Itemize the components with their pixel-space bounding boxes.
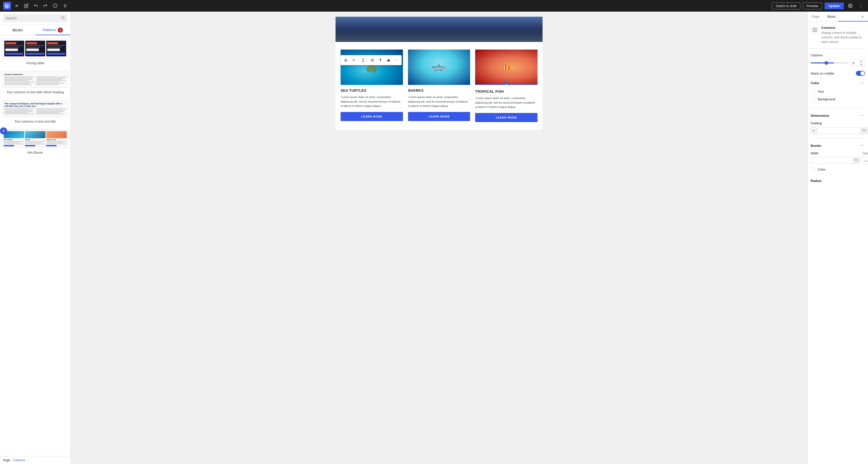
tab-page[interactable]: Page xyxy=(808,11,823,22)
settings-button[interactable] xyxy=(846,2,855,10)
two-col-preview: Oceanic Inspiration xyxy=(2,71,68,88)
padding-row: PX xyxy=(811,127,865,134)
svg-line-16 xyxy=(64,19,64,19)
close-button[interactable] xyxy=(12,2,21,10)
main-layout: Blocks Patterns 1 xyxy=(0,11,868,464)
background-color-row[interactable]: Background xyxy=(811,96,865,102)
svg-point-14 xyxy=(861,7,861,7)
border-style-label: Style xyxy=(863,152,868,155)
tab-patterns[interactable]: Patterns 1 xyxy=(35,25,71,35)
pattern-pricing-table[interactable]: Pricing table xyxy=(2,38,68,66)
dimensions-more-button[interactable] xyxy=(859,113,865,118)
svg-point-51 xyxy=(863,145,863,146)
sea-turtles-title: SEA TURTLES xyxy=(341,88,403,92)
sharks-learn-more[interactable]: LEARN MORE xyxy=(408,112,470,121)
tab-blocks[interactable]: Blocks xyxy=(0,25,35,35)
sidebar: Blocks Patterns 1 xyxy=(0,11,71,464)
right-panel-close-button[interactable] xyxy=(859,13,866,20)
undo-button[interactable] xyxy=(32,2,40,10)
svg-point-46 xyxy=(863,115,863,116)
text-color-row[interactable]: Text xyxy=(811,89,865,94)
columns-slider[interactable] xyxy=(811,62,849,63)
border-width-label: Width xyxy=(811,152,860,155)
toolbar-divider-2 xyxy=(368,57,368,63)
search-icon[interactable] xyxy=(61,16,65,21)
stack-mobile-toggle[interactable] xyxy=(856,71,865,76)
svg-rect-48 xyxy=(813,130,814,132)
breadcrumb-page[interactable]: Page xyxy=(3,459,10,462)
background-color-label: Background xyxy=(818,97,835,101)
visual-button[interactable]: ◉ xyxy=(384,56,393,64)
svg-point-12 xyxy=(861,4,861,5)
color-more-button[interactable] xyxy=(859,80,865,86)
switch-to-draft-button[interactable]: Switch to draft xyxy=(772,2,800,9)
two-col-title-label: Two columns of text and title xyxy=(2,118,68,124)
border-solid-button[interactable]: — xyxy=(863,157,868,164)
svg-point-28 xyxy=(433,67,434,68)
columns-num-input[interactable]: 3 xyxy=(851,60,859,66)
svg-rect-33 xyxy=(504,65,504,70)
tropical-fish-learn-more[interactable]: LEARN MORE xyxy=(475,113,537,122)
border-width-input-wrap: PX xyxy=(811,157,860,164)
two-col-title-preview: The voyage had begun, and had begun happ… xyxy=(2,100,68,117)
columns-label: Columns xyxy=(811,54,865,57)
num-spin-up[interactable]: ▲ xyxy=(860,59,864,63)
drag-handle-button[interactable]: ⠿ xyxy=(350,56,358,64)
block-info-text: Columns Display content in multiple colu… xyxy=(821,26,865,44)
edit-icon-button[interactable] xyxy=(22,2,30,10)
pattern-two-col-title[interactable]: The voyage had begun, and had begun happ… xyxy=(2,100,68,124)
svg-point-49 xyxy=(861,145,861,146)
color-section-title: Color xyxy=(811,81,819,85)
padding-icon xyxy=(811,127,817,134)
canvas-wrapper: ⊞ ⠿ ▲▼ T ◉ ··· xyxy=(336,17,542,129)
border-more-button[interactable] xyxy=(859,143,865,149)
update-button[interactable]: Update xyxy=(825,2,844,9)
border-width-input[interactable] xyxy=(811,157,853,164)
svg-rect-47 xyxy=(812,129,815,132)
padding-input[interactable] xyxy=(818,127,861,134)
breadcrumb: Page › Columns xyxy=(0,456,70,464)
tropical-fish-image: + xyxy=(475,50,537,85)
list-view-button[interactable] xyxy=(61,2,69,10)
patterns-badge: 1 xyxy=(58,28,63,33)
svg-point-15 xyxy=(61,16,64,19)
pattern-info-boxes[interactable]: 2 SEA TURTLES xyxy=(2,129,68,155)
top-bar: Switch to draft Preview Update xyxy=(0,0,868,11)
block-description: Display content in multiple columns, wit… xyxy=(821,31,865,44)
pricing-table-preview xyxy=(2,38,68,59)
search-input[interactable] xyxy=(5,16,59,20)
tab-block[interactable]: Block xyxy=(823,11,839,22)
right-panel-tabs: Page Block xyxy=(808,11,868,22)
col-sharks: SHARKS "Lorem ipsum dolor sit amet, cons… xyxy=(408,50,470,122)
svg-point-44 xyxy=(861,115,861,116)
svg-rect-31 xyxy=(504,65,505,70)
breadcrumb-separator: › xyxy=(11,459,12,462)
preview-button[interactable]: Preview xyxy=(803,2,822,9)
num-spin-down[interactable]: ▼ xyxy=(860,63,864,66)
more-options-button[interactable] xyxy=(857,2,865,10)
border-style-buttons: — - - ··· xyxy=(863,157,868,164)
redo-button[interactable] xyxy=(41,2,50,10)
shark-image xyxy=(408,50,470,85)
padding-unit: PX xyxy=(861,127,868,134)
more-toolbar-button[interactable]: ··· xyxy=(393,56,401,64)
border-color-row[interactable]: Color xyxy=(811,167,865,172)
tab-indicator xyxy=(35,35,71,35)
info-button[interactable] xyxy=(51,2,59,10)
toolbar-divider-1 xyxy=(358,57,359,63)
dimensions-title: Dimensions xyxy=(811,114,829,117)
move-up-button[interactable]: ▲▼ xyxy=(359,56,367,64)
align-button[interactable] xyxy=(368,56,376,64)
wordpress-logo[interactable] xyxy=(3,2,11,10)
columns-num-wrap: 3 ▲ ▼ xyxy=(851,59,865,67)
text-align-button[interactable]: T xyxy=(376,56,384,64)
search-input-wrap[interactable] xyxy=(3,14,67,22)
right-panel-content: Columns Display content in multiple colu… xyxy=(808,22,868,464)
columns-icon-button[interactable]: ⊞ xyxy=(342,56,350,64)
hero-image xyxy=(336,17,542,42)
sea-turtles-learn-more[interactable]: LEARN MORE xyxy=(341,112,403,121)
pattern-two-col-text[interactable]: Oceanic Inspiration xyxy=(2,71,68,95)
svg-point-45 xyxy=(862,115,862,116)
two-col-text-label: Two columns of text with offset heading xyxy=(2,89,68,95)
tropical-fish-title: TROPICAL FISH xyxy=(475,89,537,93)
